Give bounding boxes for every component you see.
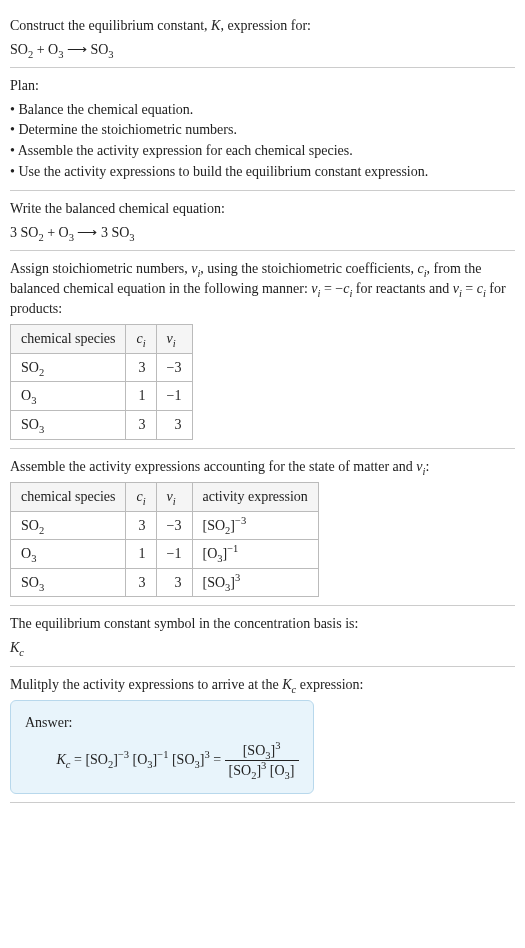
table-row: O3 1 −1 [O3]−1 bbox=[11, 540, 319, 569]
cell-vi: −1 bbox=[156, 382, 192, 411]
activity-intro: Assemble the activity expressions accoun… bbox=[10, 457, 515, 477]
cell-species: O3 bbox=[11, 540, 126, 569]
title-section: Construct the equilibrium constant, K, e… bbox=[10, 8, 515, 68]
table-row: O3 1 −1 bbox=[11, 382, 193, 411]
cell-species: SO2 bbox=[11, 353, 126, 382]
activity-table: chemical species ci νi activity expressi… bbox=[10, 482, 319, 597]
stoich-intro: Assign stoichiometric numbers, νi, using… bbox=[10, 259, 515, 318]
col-ci: ci bbox=[126, 483, 156, 512]
cell-vi: −1 bbox=[156, 540, 192, 569]
table-header-row: chemical species ci νi activity expressi… bbox=[11, 483, 319, 512]
cell-activity: [SO3]3 bbox=[192, 568, 318, 597]
cell-ci: 3 bbox=[126, 568, 156, 597]
title-line: Construct the equilibrium constant, K, e… bbox=[10, 16, 515, 36]
fraction-numerator: [SO3]3 bbox=[225, 741, 299, 762]
fraction-denominator: [SO2]3 [O3] bbox=[225, 761, 299, 781]
cell-species: O3 bbox=[11, 382, 126, 411]
plan-item: • Determine the stoichiometric numbers. bbox=[10, 120, 515, 140]
cell-activity: [O3]−1 bbox=[192, 540, 318, 569]
symbol-section: The equilibrium constant symbol in the c… bbox=[10, 606, 515, 666]
col-ci: ci bbox=[126, 325, 156, 354]
answer-box: Answer: Kc = [SO2]−3 [O3]−1 [SO3]3 = [SO… bbox=[10, 700, 314, 794]
table-row: SO2 3 −3 [SO2]−3 bbox=[11, 511, 319, 540]
cell-vi: 3 bbox=[156, 568, 192, 597]
cell-vi: 3 bbox=[156, 410, 192, 439]
balanced-label: Write the balanced chemical equation: bbox=[10, 199, 515, 219]
col-species: chemical species bbox=[11, 325, 126, 354]
stoich-section: Assign stoichiometric numbers, νi, using… bbox=[10, 251, 515, 448]
balanced-section: Write the balanced chemical equation: 3 … bbox=[10, 191, 515, 251]
answer-label: Answer: bbox=[25, 713, 299, 733]
col-vi: νi bbox=[156, 483, 192, 512]
col-species: chemical species bbox=[11, 483, 126, 512]
table-header-row: chemical species ci νi bbox=[11, 325, 193, 354]
stoich-table: chemical species ci νi SO2 3 −3 O3 1 −1 … bbox=[10, 324, 193, 439]
fraction: [SO3]3 [SO2]3 [O3] bbox=[225, 741, 299, 781]
cell-species: SO3 bbox=[11, 410, 126, 439]
cell-ci: 3 bbox=[126, 410, 156, 439]
col-activity: activity expression bbox=[192, 483, 318, 512]
unbalanced-equation: SO2 + O3 ⟶ SO3 bbox=[10, 40, 515, 60]
cell-vi: −3 bbox=[156, 353, 192, 382]
multiply-intro: Mulitply the activity expressions to arr… bbox=[10, 675, 515, 695]
plan-section: Plan: • Balance the chemical equation. •… bbox=[10, 68, 515, 191]
table-row: SO3 3 3 bbox=[11, 410, 193, 439]
table-row: SO3 3 3 [SO3]3 bbox=[11, 568, 319, 597]
symbol-value: Kc bbox=[10, 638, 515, 658]
cell-vi: −3 bbox=[156, 511, 192, 540]
cell-activity: [SO2]−3 bbox=[192, 511, 318, 540]
activity-section: Assemble the activity expressions accoun… bbox=[10, 449, 515, 607]
plan-item: • Use the activity expressions to build … bbox=[10, 162, 515, 182]
cell-ci: 3 bbox=[126, 511, 156, 540]
answer-equation: Kc = [SO2]−3 [O3]−1 [SO3]3 = [SO3]3 [SO2… bbox=[25, 741, 299, 781]
plan-item: • Assemble the activity expression for e… bbox=[10, 141, 515, 161]
cell-species: SO2 bbox=[11, 511, 126, 540]
cell-ci: 3 bbox=[126, 353, 156, 382]
col-vi: νi bbox=[156, 325, 192, 354]
cell-ci: 1 bbox=[126, 382, 156, 411]
balanced-equation: 3 SO2 + O3 ⟶ 3 SO3 bbox=[10, 223, 515, 243]
plan-item: • Balance the chemical equation. bbox=[10, 100, 515, 120]
table-row: SO2 3 −3 bbox=[11, 353, 193, 382]
multiply-section: Mulitply the activity expressions to arr… bbox=[10, 667, 515, 803]
cell-species: SO3 bbox=[11, 568, 126, 597]
cell-ci: 1 bbox=[126, 540, 156, 569]
symbol-intro: The equilibrium constant symbol in the c… bbox=[10, 614, 515, 634]
plan-label: Plan: bbox=[10, 76, 515, 96]
